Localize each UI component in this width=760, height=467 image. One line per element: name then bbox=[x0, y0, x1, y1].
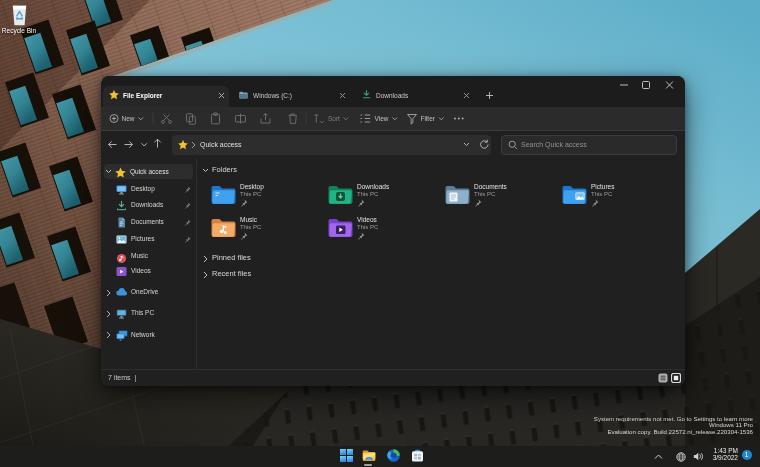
svg-text:View: View bbox=[375, 115, 389, 122]
svg-text:Filter: Filter bbox=[421, 115, 436, 122]
svg-text:New: New bbox=[122, 115, 135, 122]
svg-text:Sort: Sort bbox=[328, 115, 340, 122]
